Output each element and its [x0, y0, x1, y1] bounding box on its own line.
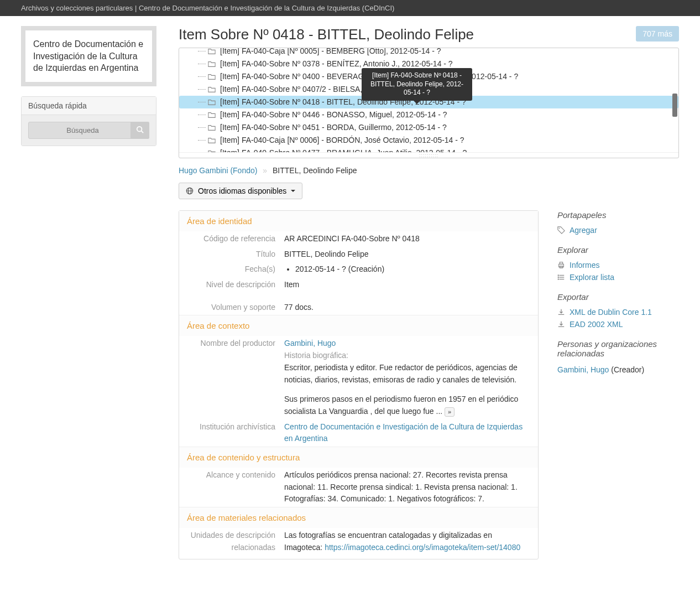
- search-panel: Búsqueda rápida: [21, 96, 156, 146]
- svg-line-1: [142, 131, 144, 133]
- tree-item[interactable]: [Item] FA-040-Sobre Nº 0477 - BRAMUGLIA,…: [179, 147, 678, 152]
- tree-item-label: [Item] FA-040-Sobre Nº 0378 - BENÍTEZ, A…: [220, 59, 453, 68]
- detail-panel: Área de identidad Código de referenciaAR…: [179, 210, 539, 559]
- read-more-button[interactable]: »: [445, 407, 455, 417]
- tree-item-label: [Item] FA-040-Sobre Nº 0446 - BONASSO, M…: [220, 110, 447, 119]
- bio-p2: Sus primeros pasos en el periodismo fuer…: [284, 395, 518, 416]
- tree-item[interactable]: [Item] FA-040-Sobre Nº 0451 - BORDA, Gui…: [179, 121, 678, 134]
- tree-item[interactable]: [Item] FA-040-Caja [Nº 0005] - BEMBERG […: [179, 48, 678, 58]
- clipboard-heading: Portapapeles: [557, 210, 679, 220]
- section-context: Área de contexto: [179, 315, 538, 336]
- bio-heading: Historia biográfica:: [284, 351, 348, 360]
- related-units-link[interactable]: https://imagoteca.cedinci.org/s/imagotek…: [325, 543, 520, 552]
- language-dropdown[interactable]: Otros idiomas disponibles: [179, 183, 302, 199]
- field-related-units: Las fotografías se encuentran catalogada…: [284, 530, 530, 553]
- export-ead[interactable]: EAD 2002 XML: [557, 318, 679, 330]
- folder-icon: [208, 124, 216, 131]
- folder-icon: [208, 98, 216, 105]
- repo-link[interactable]: Centro de Documentación e Investigación …: [284, 422, 523, 443]
- tree-tooltip: [Item] FA-040-Sobre Nº 0418 - BITTEL, De…: [362, 68, 472, 101]
- explore-list[interactable]: Explorar lista: [557, 271, 679, 283]
- language-dropdown-label: Otros idiomas disponibles: [198, 186, 286, 195]
- breadcrumb-current: BITTEL, Deolindo Felipe: [273, 166, 357, 175]
- breadcrumb: Hugo Gambini (Fondo) » BITTEL, Deolindo …: [179, 166, 679, 175]
- related-person: Gambini, Hugo (Creador): [557, 362, 679, 377]
- scrollbar-thumb[interactable]: [672, 94, 677, 117]
- folder-icon: [208, 149, 216, 152]
- caret-down-icon: [291, 190, 295, 194]
- folder-icon: [208, 137, 216, 143]
- field-label: Nivel de descripción: [187, 279, 284, 291]
- folder-icon: [208, 86, 216, 92]
- download-icon: [557, 308, 565, 316]
- tree-box: [Item] FA-040-Sobre Nº 0418 - BITTEL, De…: [179, 48, 679, 158]
- tag-icon: [557, 226, 565, 234]
- tree-item-label: [Item] FA-040-Caja [Nº 0005] - BEMBERG […: [220, 48, 441, 55]
- section-related: Área de materiales relacionados: [179, 507, 538, 528]
- tree-item[interactable]: [Item] FA-040-Caja [Nº 0006] - BORDÓN, J…: [179, 134, 678, 147]
- field-creator: Gambini, Hugo Historia biográfica: Escri…: [284, 338, 530, 417]
- section-identity: Área de identidad: [179, 211, 538, 231]
- export-heading: Exportar: [557, 292, 679, 302]
- svg-point-5: [559, 228, 560, 229]
- resize-handle[interactable]: ::::::::::: [179, 152, 678, 158]
- field-label: Fecha(s): [187, 263, 284, 276]
- svg-point-0: [137, 127, 142, 132]
- svg-point-12: [558, 275, 558, 276]
- search-panel-title: Búsqueda rápida: [22, 97, 156, 115]
- section-content: Área de contenido y estructura: [179, 447, 538, 468]
- chevron-right-icon: »: [263, 166, 267, 175]
- field-repo: Centro de Documentación e Investigación …: [284, 421, 530, 445]
- globe-icon: [186, 187, 194, 195]
- logo-box[interactable]: Centro de Documentación e Investigación …: [21, 26, 156, 86]
- breadcrumb-root[interactable]: Hugo Gambini (Fondo): [179, 166, 257, 175]
- download-icon: [557, 320, 565, 328]
- field-scope: Artículos periódicos prensa nacional: 27…: [284, 469, 530, 505]
- field-label: Institución archivística: [187, 421, 284, 445]
- related-heading: Personas y organizaciones relacionadas: [557, 339, 679, 358]
- folder-icon: [208, 48, 216, 54]
- explore-reports[interactable]: Informes: [557, 259, 679, 271]
- field-extent: 77 docs.: [284, 302, 530, 314]
- main: Item Sobre Nº 0418 - BITTEL, Deolindo Fe…: [179, 16, 679, 559]
- search-button[interactable]: [130, 122, 149, 139]
- field-label: Nombre del productor: [187, 338, 284, 417]
- field-ref: AR ARCEDINCI FA-040-Sobre Nº 0418: [284, 233, 530, 245]
- tree-item-label: [Item] FA-040-Sobre Nº 0451 - BORDA, Gui…: [220, 123, 447, 132]
- field-label: Título: [187, 248, 284, 261]
- sidebar-right: Portapapeles Agregar Explorar Informes E…: [557, 210, 679, 559]
- tree-item-label: [Item] FA-040-Caja [Nº 0006] - BORDÓN, J…: [220, 136, 464, 144]
- field-level: Item: [284, 279, 530, 291]
- print-icon: [557, 261, 565, 269]
- sidebar-left: Centro de Documentación e Investigación …: [21, 16, 156, 559]
- related-person-link[interactable]: Gambini, Hugo: [557, 365, 609, 374]
- folder-icon: [208, 73, 216, 80]
- field-label: Código de referencia: [187, 233, 284, 245]
- svg-point-14: [558, 279, 558, 279]
- explore-heading: Explorar: [557, 245, 679, 255]
- clipboard-add[interactable]: Agregar: [557, 224, 679, 236]
- search-icon: [136, 126, 144, 133]
- count-badge[interactable]: 707 más: [636, 26, 679, 42]
- svg-rect-7: [560, 262, 562, 265]
- field-label: Unidades de descripción relacionadas: [187, 530, 284, 553]
- field-label: Volumen y soporte: [187, 302, 284, 314]
- topbar: Archivos y colecciones particulares | Ce…: [0, 0, 700, 16]
- tree-item[interactable]: [Item] FA-040-Sobre Nº 0446 - BONASSO, M…: [179, 108, 678, 121]
- field-dates: 2012-05-14 - ? (Creación): [284, 263, 530, 276]
- field-label: Alcance y contenido: [187, 469, 284, 505]
- folder-icon: [208, 111, 216, 118]
- creator-link[interactable]: Gambini, Hugo: [284, 339, 336, 348]
- list-icon: [557, 273, 565, 281]
- field-title: BITTEL, Deolindo Felipe: [284, 248, 530, 261]
- page-title: Item Sobre Nº 0418 - BITTEL, Deolindo Fe…: [179, 26, 629, 43]
- tree-item-label: [Item] FA-040-Sobre Nº 0477 - BRAMUGLIA,…: [220, 148, 467, 152]
- export-dc[interactable]: XML de Dublin Core 1.1: [557, 306, 679, 318]
- bio-p1: Escritor, periodista y editor. Fue redac…: [284, 363, 518, 384]
- svg-point-13: [558, 277, 558, 277]
- folder-icon: [208, 60, 216, 67]
